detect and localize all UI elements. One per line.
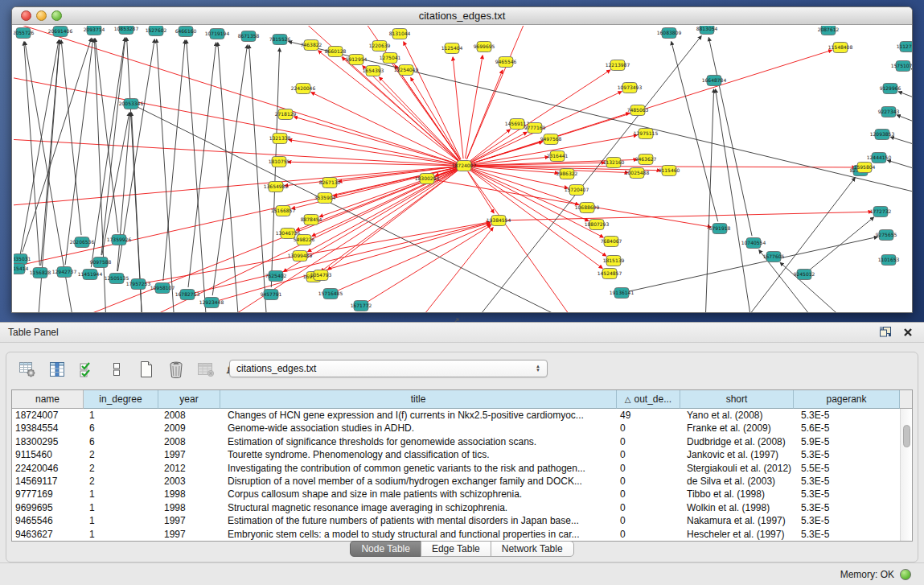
- table-cell[interactable]: Jankovic et al. (1997): [680, 448, 794, 461]
- graph-node[interactable]: 8267130: [319, 178, 341, 188]
- table-cell[interactable]: Yano et al. (2008): [680, 409, 794, 422]
- graph-node[interactable]: 12444150: [867, 153, 892, 163]
- graph-node[interactable]: 1101653: [878, 255, 900, 266]
- graph-edge[interactable]: [470, 130, 510, 162]
- graph-node[interactable]: 10740554: [741, 238, 766, 249]
- graph-node[interactable]: 9699695: [474, 42, 495, 52]
- graph-edge[interactable]: [14, 74, 457, 164]
- graph-node[interactable]: 12093853: [870, 130, 895, 140]
- table-cell[interactable]: Dudbridge et al. (2008): [680, 435, 794, 448]
- float-panel-icon[interactable]: [880, 327, 892, 337]
- graph-node[interactable]: 10025488: [625, 168, 650, 179]
- table-cell[interactable]: 2: [84, 462, 158, 475]
- table-cell[interactable]: de Silva et al. (2003): [680, 475, 794, 488]
- column-header-name[interactable]: name: [12, 390, 84, 409]
- table-row[interactable]: 2242004622012Investigating the contribut…: [12, 462, 912, 475]
- show-columns-button[interactable]: [47, 360, 67, 379]
- graph-node[interactable]: 12254049: [394, 65, 419, 76]
- table-cell[interactable]: 0: [617, 448, 680, 461]
- table-cell[interactable]: Genome-wide association studies in ADHD.: [220, 422, 617, 435]
- graph-node[interactable]: 14524857: [598, 269, 622, 279]
- graph-edge[interactable]: [91, 38, 125, 267]
- table-cell[interactable]: 5.9E-5: [794, 435, 900, 448]
- network-window-titlebar[interactable]: citations_edges.txt: [12, 7, 912, 25]
- table-cell[interactable]: 9463627: [12, 528, 84, 541]
- table-cell[interactable]: Tourette syndrome. Phenomenology and cla…: [220, 448, 617, 461]
- table-cell[interactable]: 0: [617, 462, 680, 475]
- table-cell[interactable]: Estimation of significance thresholds fo…: [220, 435, 617, 448]
- graph-node[interactable]: 1220639: [369, 41, 391, 51]
- table-cell[interactable]: 5.5E-5: [794, 462, 900, 475]
- graph-edge[interactable]: [671, 42, 718, 222]
- graph-edge[interactable]: [911, 69, 912, 74]
- graph-node[interactable]: 2316441: [547, 151, 569, 162]
- table-cell[interactable]: 9777169: [12, 488, 84, 501]
- graph-node[interactable]: 1275041: [380, 53, 401, 64]
- tab-network-table[interactable]: Network Table: [491, 541, 574, 557]
- graph-node[interactable]: 1815139: [603, 256, 625, 266]
- graph-node[interactable]: 18807293: [585, 220, 610, 230]
- graph-node[interactable]: 17957253: [126, 279, 151, 290]
- table-row[interactable]: 911546021997Tourette syndrome. Phenomeno…: [12, 448, 912, 461]
- graph-node[interactable]: 11548408: [828, 43, 853, 53]
- graph-node[interactable]: 9457791: [261, 290, 282, 300]
- table-cell[interactable]: 5.3E-5: [794, 514, 900, 527]
- table-cell[interactable]: 0: [617, 435, 680, 448]
- column-header-short[interactable]: short: [680, 390, 794, 409]
- table-row[interactable]: 969969511998Structural magnetic resonanc…: [12, 501, 912, 514]
- graph-node[interactable]: 9777169: [524, 123, 546, 134]
- graph-node[interactable]: 8671358: [238, 31, 260, 42]
- table-cell[interactable]: 2003: [158, 475, 220, 488]
- graph-node[interactable]: 1677605: [763, 252, 785, 262]
- graph-edge[interactable]: [101, 38, 125, 255]
- graph-node[interactable]: 6466160: [175, 27, 197, 37]
- graph-node[interactable]: 8131044: [389, 29, 411, 39]
- table-cell[interactable]: Disruption of a novel member of a sodium…: [220, 475, 617, 488]
- column-header-in_degree[interactable]: in_degree: [84, 390, 158, 409]
- graph-node[interactable]: 9245012: [794, 270, 815, 280]
- graph-node[interactable]: 9115460: [659, 166, 680, 176]
- graph-node[interactable]: 7625402: [265, 271, 287, 282]
- table-row[interactable]: 1456911722003Disruption of a novel membe…: [12, 475, 912, 488]
- graph-node[interactable]: 22420046: [291, 84, 316, 94]
- graph-node[interactable]: 15751074: [891, 61, 912, 72]
- graph-node[interactable]: 6791918: [709, 224, 731, 234]
- graph-edge[interactable]: [363, 66, 459, 161]
- graph-node[interactable]: 2055726: [14, 28, 35, 39]
- graph-node[interactable]: 9465546: [495, 57, 517, 68]
- graph-edge[interactable]: [102, 113, 129, 255]
- create-column-button[interactable]: [137, 360, 156, 379]
- table-cell[interactable]: 1: [84, 488, 158, 501]
- graph-node[interactable]: 15716485: [318, 289, 343, 299]
- delete-button[interactable]: [166, 360, 186, 379]
- graph-node[interactable]: 9463627: [635, 154, 657, 165]
- table-cell[interactable]: 2: [84, 448, 158, 461]
- table-cell[interactable]: Tibbo et al. (1998): [680, 488, 794, 501]
- graph-edge[interactable]: [716, 89, 752, 312]
- graph-node[interactable]: 2986322: [556, 169, 578, 179]
- graph-edge[interactable]: [468, 171, 577, 312]
- table-cell[interactable]: Nakamura et al. (1997): [680, 514, 794, 527]
- graph-edge[interactable]: [708, 38, 752, 236]
- graph-node[interactable]: 1527602: [146, 26, 167, 36]
- scrollbar-thumb[interactable]: [903, 425, 910, 447]
- minimize-button[interactable]: [36, 10, 47, 21]
- graph-node[interactable]: 9097588: [90, 257, 112, 268]
- graph-node[interactable]: 20691406: [48, 27, 73, 37]
- graph-edge[interactable]: [470, 92, 622, 163]
- graph-edge[interactable]: [212, 45, 247, 295]
- graph-node[interactable]: 13654982: [264, 182, 289, 192]
- table-row[interactable]: 946554611997Estimation of the future num…: [12, 514, 912, 527]
- graph-node[interactable]: 3915414: [14, 264, 29, 274]
- close-panel-icon[interactable]: [903, 328, 913, 337]
- graph-node[interactable]: 17359926: [107, 235, 132, 245]
- graph-node[interactable]: 5498226: [294, 235, 315, 245]
- graph-edge[interactable]: [470, 70, 610, 162]
- graph-node[interactable]: 7815526: [269, 35, 291, 45]
- graph-node[interactable]: 1112753: [897, 42, 912, 52]
- graph-node[interactable]: 7684067: [601, 237, 622, 247]
- graph-node[interactable]: 19136141: [610, 288, 634, 299]
- graph-node[interactable]: 8660128: [325, 47, 347, 57]
- graph-node[interactable]: 1810755: [269, 157, 290, 167]
- table-cell[interactable]: Stergiakouli et al. (2012): [680, 462, 794, 475]
